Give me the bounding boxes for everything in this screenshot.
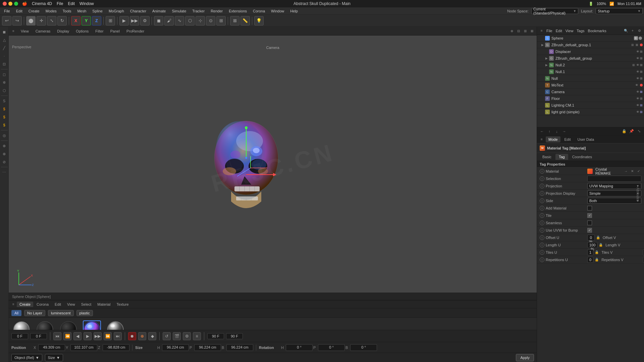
mode-hamburger[interactable]: ≡ — [539, 137, 544, 142]
menu-mograph[interactable]: MoGraph — [106, 8, 127, 14]
mode-tab-user-data[interactable]: User Data — [575, 136, 597, 142]
vp-icon3[interactable]: ⊞ — [523, 28, 528, 34]
sphere-vis[interactable]: 👁 — [634, 36, 638, 40]
tree-item-motext[interactable]: T MoText 👁 — [537, 82, 644, 88]
add-material-checkbox[interactable] — [587, 206, 592, 210]
tab-corona[interactable]: Corona — [34, 302, 51, 307]
model-mode-btn[interactable]: ◼ — [1, 28, 8, 36]
tiles-u-input[interactable]: 1 — [587, 249, 593, 255]
render-settings-btn[interactable]: ⚙ — [140, 16, 150, 25]
scene-settings-icon[interactable]: ⚙ — [637, 28, 642, 34]
length-u-lock[interactable]: 🔒 — [599, 242, 603, 248]
material-info-icon[interactable]: i — [540, 169, 544, 174]
pos-y-input[interactable]: 102.107 cm — [70, 344, 97, 351]
render-region-btn[interactable]: ▶ — [119, 16, 129, 25]
move-btn[interactable]: ✛ — [37, 16, 46, 25]
tweak-btn[interactable]: ✲ — [1, 79, 8, 86]
dollar3-btn[interactable]: $ — [1, 121, 8, 129]
close-btn[interactable] — [3, 2, 7, 6]
tab-material[interactable]: Material — [95, 302, 113, 307]
hamburger-btn[interactable]: ≡ — [11, 28, 16, 34]
apply-button[interactable]: Apply — [516, 354, 534, 361]
vt-display[interactable]: Display — [55, 28, 71, 34]
offset-info-icon[interactable]: i — [540, 235, 544, 240]
menu-window[interactable]: Window — [79, 1, 94, 6]
menu-extensions[interactable]: Extensions — [226, 8, 250, 14]
frame-current-left[interactable]: 0 F — [11, 333, 28, 339]
tree-item-displacer[interactable]: D Displacer 👁 ⊠ — [537, 48, 644, 55]
menu-window[interactable]: Window — [268, 8, 287, 14]
tiles-info-icon[interactable]: i — [540, 250, 544, 255]
material-arrow-btn[interactable]: → — [623, 169, 629, 174]
loop-btn[interactable]: ↺ — [163, 332, 171, 340]
live-selection-btn[interactable]: ⬤ — [26, 16, 36, 25]
node-space-dropdown[interactable]: Current (Standard/Physical) ▼ — [531, 8, 578, 14]
frame-end-right[interactable]: 90 F — [207, 333, 224, 339]
menu-tools[interactable]: Tools — [60, 8, 74, 14]
play-btn[interactable]: ▶ — [84, 332, 92, 340]
dollar2-btn[interactable]: $ — [1, 113, 8, 121]
scene-search-icon[interactable]: 🔍 — [623, 28, 629, 34]
length-u-input[interactable]: 100 % — [587, 242, 597, 248]
tree-item-null1[interactable]: N Null.1 👁 ⊠ — [537, 68, 644, 75]
bookmarks-tab[interactable]: Bookmarks — [588, 29, 606, 33]
props-tab-tag[interactable]: Tag — [555, 154, 568, 160]
vt-filter[interactable]: Filter — [93, 28, 105, 34]
props-nav-up[interactable]: ↑ — [546, 128, 552, 134]
size-h-input[interactable]: 96.224 cm — [162, 344, 189, 351]
material-item-light[interactable]: light source — [11, 320, 32, 330]
joint-btn[interactable]: ⊗ — [1, 150, 8, 158]
snap-btn[interactable]: ⊠ — [230, 16, 239, 25]
material-color-btn[interactable] — [587, 169, 593, 174]
paint-btn[interactable]: 🖌 — [164, 16, 174, 25]
vp-icon4[interactable]: ⊠ — [529, 28, 535, 34]
props-nav-right[interactable]: → — [561, 128, 567, 134]
vt-cameras[interactable]: Cameras — [34, 28, 53, 34]
menu-edit[interactable]: Edit — [68, 1, 75, 6]
material-item-crystal[interactable]: Crystal RE... — [82, 320, 102, 330]
size-p-input[interactable]: 96.224 cm — [194, 344, 221, 351]
rot-b-input[interactable]: 0 ° — [350, 344, 377, 351]
next-frame-btn[interactable]: ⏩ — [104, 332, 112, 340]
menu-file[interactable]: File — [1, 8, 13, 14]
tile-checkbox[interactable] — [587, 213, 592, 218]
deformer-btn[interactable]: ⊙ — [206, 16, 215, 25]
extras-btn[interactable]: ⋯ — [1, 169, 8, 176]
prev-btn[interactable]: ◀ — [73, 332, 82, 340]
axis-z-btn[interactable]: Z — [92, 16, 101, 25]
props-tab-coordinates[interactable]: Coordinates — [569, 154, 595, 160]
size-b-input[interactable]: 96.224 cm — [226, 344, 253, 351]
tree-item-zbrush2[interactable]: ▶ G ZBrush_defualt_group 👁 ⊠ — [537, 55, 644, 62]
cam-vis[interactable]: 👁 — [636, 90, 639, 94]
array-btn[interactable]: ⊹ — [196, 16, 205, 25]
uvw-bump-checkbox[interactable] — [587, 228, 592, 233]
add-mat-info-icon[interactable]: i — [540, 206, 544, 210]
seamless-checkbox[interactable] — [587, 221, 592, 225]
bottom-hamburger[interactable]: ≡ — [11, 302, 16, 307]
uvw-info-icon[interactable]: i — [540, 228, 544, 233]
sculpt-btn[interactable]: ◎ — [1, 132, 8, 139]
menu-corona[interactable]: Corona — [250, 8, 268, 14]
edit-tab[interactable]: Edit — [556, 29, 562, 33]
tab-texture[interactable]: Texture — [114, 302, 131, 307]
vt-panel[interactable]: Panel — [108, 28, 122, 34]
file-tab[interactable]: File — [546, 29, 552, 33]
auto-key-btn[interactable]: ⊕ — [138, 332, 146, 340]
tree-item-null2[interactable]: ▶ N Null.2 ⊞ 👁 ⊠ — [537, 62, 644, 68]
rot-p-input[interactable]: 0 ° — [318, 344, 345, 351]
tab-create[interactable]: Create — [17, 302, 33, 307]
menu-spline[interactable]: Spline — [90, 8, 105, 14]
axis-x-btn[interactable]: X — [71, 16, 80, 25]
light-vis[interactable]: 👁 — [636, 104, 639, 107]
reps-u-lock[interactable]: 🔒 — [595, 257, 599, 262]
point-mode-btn[interactable]: · — [1, 52, 8, 60]
pos-x-input[interactable]: 49.309 cm — [38, 344, 65, 351]
props-tab-basic[interactable]: Basic — [539, 154, 555, 160]
object-dropdown[interactable]: Object (Rel) ▼ — [11, 354, 42, 361]
offset-u-lock[interactable]: 🔒 — [596, 235, 600, 240]
record-btn[interactable]: ⏺ — [128, 332, 136, 340]
seamless-info-icon[interactable]: i — [540, 221, 544, 225]
tab-edit[interactable]: Edit — [52, 302, 64, 307]
tile-info-icon[interactable]: i — [540, 213, 544, 218]
scale-btn[interactable]: ⤡ — [47, 16, 56, 25]
